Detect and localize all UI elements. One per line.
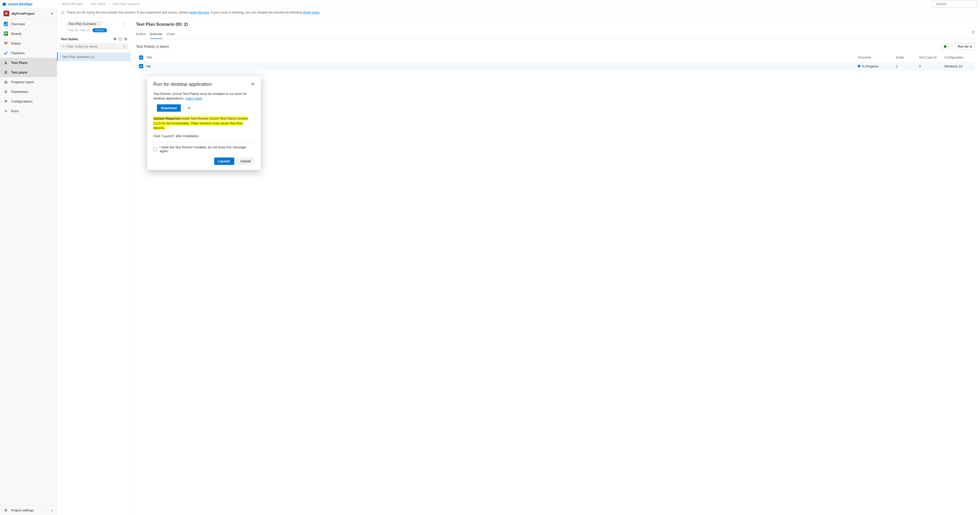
favorite-icon[interactable]: ☆ [105, 22, 108, 26]
report-bug-link[interactable]: report the bug [189, 11, 209, 14]
sidebar-subitem-configurations[interactable]: ⚒ Configurations [0, 97, 57, 106]
panel-toggle-icon[interactable]: ◫ [972, 30, 975, 39]
status-inprogress-icon [858, 65, 860, 67]
breadcrumb: / MyFirstProject / Test Plans / Test Pla… [58, 2, 140, 6]
brand-text: Azure DevOps [8, 2, 33, 6]
project-header[interactable]: M MyFirstProject + [0, 8, 57, 19]
breadcrumb-item[interactable]: Test Plan Scenario [113, 2, 140, 6]
sidebar-item-testplans[interactable]: Test Plans [0, 58, 57, 67]
main-column: Test Plan Scenario (ID: 2) Define Execut… [131, 18, 980, 515]
chevron-down-icon: ⌄ [948, 45, 950, 48]
cancel-button[interactable]: Cancel [236, 157, 255, 165]
search-input[interactable] [936, 2, 979, 6]
info-icon: ⓘ [61, 11, 64, 15]
tab-define[interactable]: Define [136, 30, 146, 39]
sidebar-item-settings[interactable]: ⚙ Project settings « [0, 505, 57, 515]
close-icon[interactable]: ✕ [251, 81, 255, 87]
sidebar-item-boards[interactable]: Boards [0, 29, 57, 38]
launch-button[interactable]: Launch [214, 157, 234, 165]
svg-rect-1 [5, 24, 5, 25]
chevron-down-icon: ⌄ [98, 22, 100, 25]
configs-icon: ⚒ [3, 99, 8, 103]
boards-icon [3, 31, 8, 36]
back-arrow-icon[interactable]: ← [60, 22, 64, 26]
svg-rect-6 [6, 32, 7, 34]
project-name: MyFirstProject [12, 12, 35, 16]
svg-rect-5 [5, 32, 6, 35]
suite-tool-icon[interactable]: ⊟ [124, 37, 127, 41]
azure-devops-icon [2, 2, 6, 6]
learn-more-link[interactable]: Learn more [185, 97, 202, 100]
sidebar-item-overview[interactable]: Overview [0, 19, 57, 29]
tab-execute[interactable]: Execute [150, 30, 162, 39]
download-button[interactable]: Download [157, 104, 181, 112]
plan-dates: Feb 16 - Feb 23 [68, 29, 90, 32]
table-header: Title Outcome Order Test Case Id Configu… [136, 54, 975, 62]
filter-icon: ⚟ [62, 44, 65, 48]
tab-chart[interactable]: Chart [167, 30, 175, 39]
params-icon: ⚙ [3, 89, 8, 94]
modal-title: Run for desktop application [153, 81, 212, 87]
breadcrumb-area[interactable]: Test Plans [90, 2, 105, 6]
preview-banner: ⓘ Thank you for trying the new boards hu… [57, 8, 980, 18]
sidebar-item-pipelines[interactable]: Pipelines [0, 48, 57, 58]
sidebar-subitem-runs[interactable]: ↻ Runs [0, 106, 57, 116]
modal: Run for desktop application ✕ Test Runne… [147, 76, 261, 170]
dont-show-checkbox[interactable] [153, 147, 157, 151]
status-green-icon [944, 45, 947, 48]
runs-icon: ↻ [3, 109, 8, 113]
divider [183, 106, 184, 111]
top-bar: Azure DevOps / MyFirstProject / Test Pla… [0, 0, 980, 8]
plan-selector[interactable]: Test Plan Scenario ⌄ [66, 21, 103, 27]
pipelines-icon [3, 51, 8, 55]
sidebar-item-repos[interactable]: Repos [0, 38, 57, 48]
copy-icon[interactable]: ⧉ [186, 105, 192, 111]
sidebar-subitem-progress[interactable]: ▤ Progress report [0, 77, 57, 87]
page-title: Test Plan Scenario (ID: 2) [136, 22, 975, 27]
suite-item[interactable]: Test Plan Scenario (1) [57, 52, 130, 61]
select-all-checkbox[interactable] [139, 55, 143, 60]
svg-rect-4 [4, 32, 8, 36]
suite-tool-icon[interactable]: ⧉ [114, 37, 116, 41]
suites-column: ← Test Plan Scenario ⌄ ☆ ⋮ Feb 16 - Feb … [57, 18, 131, 515]
sidebar-subitem-parameters[interactable]: ⚙ Parameters [0, 87, 57, 97]
status-dropdown[interactable]: ⌄ [942, 44, 952, 49]
test-points-header: Test Points (1 item) [136, 44, 169, 49]
clear-filter-icon[interactable]: ✕ [123, 44, 126, 48]
svg-rect-3 [6, 23, 7, 25]
repos-icon [3, 41, 8, 46]
suites-header-label: Test Suites [60, 37, 78, 41]
sidebar-subitem-testplans[interactable]: ☰ Test plans [0, 67, 57, 77]
testplans-icon [3, 60, 8, 65]
add-icon[interactable]: + [51, 11, 53, 16]
svg-rect-2 [6, 24, 6, 25]
project-badge: M [3, 11, 9, 16]
gear-icon: ⚙ [3, 508, 8, 512]
suite-tool-icon[interactable]: ▢ [119, 37, 122, 41]
disable-steps-link[interactable]: these steps [303, 11, 319, 14]
brand[interactable]: Azure DevOps [2, 2, 33, 6]
dont-show-label: I have the Test Runner installed, do not… [160, 145, 255, 153]
list-icon: ☰ [3, 70, 8, 74]
sidebar: M MyFirstProject + Overview Boards Repos… [0, 8, 57, 515]
run-for-button[interactable]: Run for w [955, 43, 975, 50]
current-pill: Current [92, 28, 107, 32]
launch-hint-text: Click "Launch" after installation. [153, 134, 255, 138]
search-box[interactable] [932, 1, 978, 7]
progress-icon: ▤ [3, 80, 8, 84]
breadcrumb-project[interactable]: MyFirstProject [62, 2, 83, 6]
filter-suites-input[interactable]: ⚟ ✕ [60, 43, 128, 50]
overview-icon [3, 22, 8, 26]
more-icon[interactable]: ⋮ [121, 21, 127, 26]
row-checkbox[interactable] [139, 64, 143, 68]
table-row[interactable]: Val In Progress 1 3 Windows 10 [136, 62, 975, 71]
collapse-icon[interactable]: « [51, 509, 53, 512]
